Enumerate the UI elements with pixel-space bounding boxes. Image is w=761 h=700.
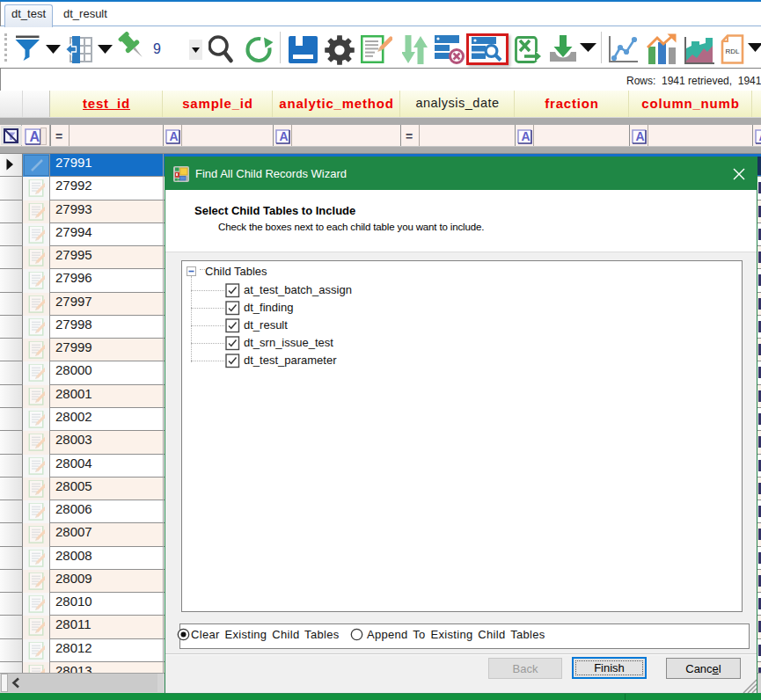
svg-text:A: A — [30, 129, 40, 144]
svg-text:A: A — [170, 129, 179, 143]
svg-text:RDL: RDL — [726, 47, 741, 55]
svg-text:A: A — [636, 129, 645, 143]
svg-text:A: A — [522, 129, 531, 143]
svg-text:A: A — [280, 129, 289, 143]
